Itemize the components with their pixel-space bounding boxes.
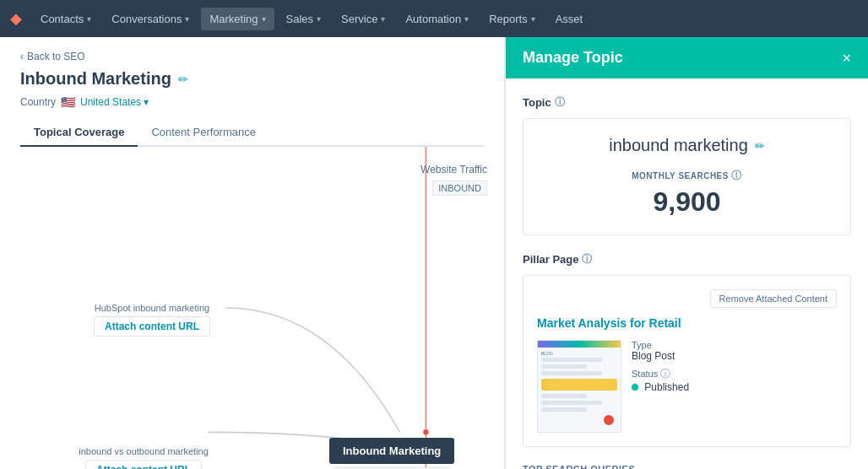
modal-body: Topic ⓘ inbound marketing ✏ MONTHLY SEAR… — [506, 78, 868, 469]
left-panel: ‹ Back to SEO Inbound Marketing ✏ Countr… — [0, 37, 505, 469]
svg-point-1 — [423, 429, 428, 435]
market-analysis-link[interactable]: Market Analysis for Retail — [537, 316, 837, 330]
topic-box: inbound marketing ✏ MONTHLY SEARCHES ⓘ 9… — [523, 118, 851, 235]
hubspot-logo: ◆ — [10, 9, 22, 28]
node-vs-outbound-label: inbound vs outbound marketing — [55, 446, 232, 456]
top-search-queries-label: TOP SEARCH QUERIES — [523, 464, 851, 469]
manage-topic-panel: Manage Topic × Topic ⓘ inbound marketing… — [505, 37, 868, 469]
edit-topic-icon[interactable]: ✏ — [755, 139, 765, 153]
remove-attached-content-button[interactable]: Remove Attached Content — [710, 289, 837, 308]
inbound-label: INBOUND — [432, 181, 487, 196]
modal-title: Manage Topic — [523, 49, 623, 67]
topic-section-label: Topic ⓘ — [523, 95, 851, 110]
monthly-searches-count: 9,900 — [540, 186, 833, 218]
monthly-info-icon: ⓘ — [731, 170, 742, 181]
modal-header: Manage Topic × — [506, 37, 868, 78]
tab-topical-coverage[interactable]: Topical Coverage — [20, 119, 138, 147]
topic-node-center: Inbound Marketing Attach content URL — [329, 438, 454, 469]
attach-url-hubspot-button[interactable]: Attach content URL — [94, 316, 210, 337]
us-flag-icon: 🇺🇸 — [61, 95, 75, 109]
close-modal-button[interactable]: × — [842, 51, 851, 66]
website-traffic-label: Website Traffic — [420, 164, 487, 175]
pillar-info-icon: ⓘ — [582, 252, 592, 267]
back-to-seo-link[interactable]: ‹ Back to SEO — [20, 51, 484, 62]
center-node-box: Inbound Marketing — [329, 438, 454, 464]
pillar-content-row: BLOG Typ — [537, 340, 837, 433]
nav-asset[interactable]: Asset — [547, 8, 592, 30]
pillar-thumbnail: BLOG — [537, 340, 621, 433]
pillar-box: Remove Attached Content Market Analysis … — [523, 275, 851, 447]
topic-node-hubspot: HubSpot inbound marketing Attach content… — [68, 303, 236, 337]
type-row: Type Blog Post — [632, 340, 689, 362]
main-layout: ‹ Back to SEO Inbound Marketing ✏ Countr… — [0, 37, 868, 469]
nav-conversations[interactable]: Conversations ▾ — [103, 8, 198, 30]
status-info-icon: ⓘ — [660, 368, 670, 380]
status-value: Published — [632, 381, 689, 393]
top-nav: ◆ Contacts ▾ Conversations ▾ Marketing ▾… — [0, 0, 868, 37]
topic-node-vs-outbound: inbound vs outbound marketing Attach con… — [55, 446, 232, 469]
nav-automation[interactable]: Automation ▾ — [397, 8, 477, 30]
topic-text-row: inbound marketing ✏ — [540, 136, 833, 155]
edit-title-icon[interactable]: ✏ — [178, 73, 188, 86]
status-dot-icon — [632, 384, 638, 391]
page-title-row: Inbound Marketing ✏ — [20, 69, 484, 89]
graph-area: Website Traffic INBOUND HubSpot inbound … — [0, 147, 504, 469]
nav-contacts[interactable]: Contacts ▾ — [32, 8, 100, 30]
tabs-row: Topical Coverage Content Performance — [20, 119, 484, 147]
nav-reports[interactable]: Reports ▾ — [480, 8, 544, 30]
nav-marketing[interactable]: Marketing ▾ — [201, 8, 274, 30]
country-selector[interactable]: United States ▾ — [80, 96, 149, 108]
left-header: ‹ Back to SEO Inbound Marketing ✏ Countr… — [0, 37, 504, 147]
pillar-meta: Type Blog Post Status ⓘ Published — [632, 340, 689, 433]
topic-text: inbound marketing — [609, 136, 748, 155]
topic-info-icon: ⓘ — [555, 95, 565, 110]
node-hubspot-label: HubSpot inbound marketing — [68, 303, 236, 313]
status-row: Status ⓘ Published — [632, 367, 689, 393]
country-row: Country 🇺🇸 United States ▾ — [20, 95, 484, 109]
nav-sales[interactable]: Sales ▾ — [278, 8, 330, 30]
pillar-section-label: Pillar Page ⓘ — [523, 252, 851, 267]
thumbnail-red-dot — [604, 415, 614, 425]
attach-url-vs-outbound-button[interactable]: Attach content URL — [85, 460, 202, 469]
nav-service[interactable]: Service ▾ — [333, 8, 393, 30]
tab-content-performance[interactable]: Content Performance — [138, 119, 269, 147]
page-title: Inbound Marketing — [20, 69, 171, 89]
monthly-searches-label: MONTHLY SEARCHES ⓘ — [540, 169, 833, 183]
